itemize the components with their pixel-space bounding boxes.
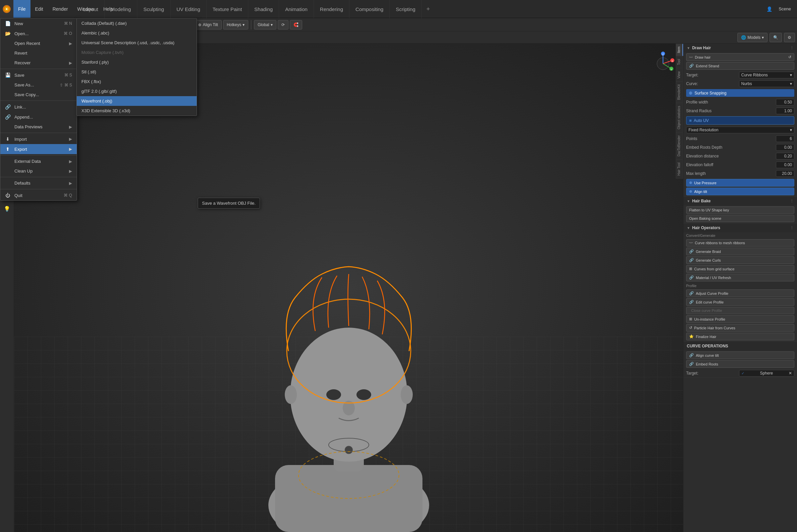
esm-usd[interactable]: Universal Scene Description (.usd, .usdc… [77,38,197,48]
main-viewport[interactable]: Z X Y [14,43,683,532]
fm-save-copy[interactable]: Save Copy... [0,90,77,99]
open-baking-button[interactable]: Open Baking scene [686,215,794,222]
fm-data-previews[interactable]: Data Previews ▶ [0,122,77,132]
tab-animation[interactable]: Animation [279,0,314,18]
fixed-resolution-dropdown[interactable]: Fixed Resolution ▾ [686,127,794,133]
generate-curls-btn[interactable]: 🔗 Generate Curls [686,256,794,264]
menu-edit[interactable]: Edit [31,0,48,18]
fm-new[interactable]: 📄 New ⌘ N [0,18,77,28]
fm-save[interactable]: 💾 Save ⌘ S [0,70,77,80]
esm-ply[interactable]: Stanford (.ply) [77,57,197,67]
max-length-value[interactable]: 20.00 [776,170,794,177]
side-tab-view[interactable]: View [676,68,683,82]
tab-shading[interactable]: Shading [248,0,279,18]
profile-width-value[interactable]: 0.50 [776,99,794,106]
align-tilt-panel-button[interactable]: ⊕ Align tilt [686,188,794,195]
light-tool[interactable]: 💡 [1,203,13,214]
auto-uv-row[interactable]: ■ Auto UV [686,116,794,125]
esm-x3d[interactable]: X3D Extensible 3D (.x3d) [77,106,197,116]
fm-recover[interactable]: Recover ▶ [0,58,77,68]
points-value[interactable]: 6 [776,135,794,142]
curve-ribbons-btn[interactable]: 〰 Curve ribbons to mesh ribbons [686,239,794,247]
fm-quit[interactable]: ⏻ Quit ⌘ Q [0,190,77,200]
curve-operations-header[interactable]: CURVE OPERATIONS [683,342,797,350]
align-tilt-button[interactable]: ⊕ Align Tilt [194,20,222,30]
target-dropdown[interactable]: Curve Ribbons ▾ [739,72,795,78]
curve-dropdown[interactable]: Nurbs ▾ [739,80,795,87]
close-curve-profile-btn[interactable]: Close curve Profile [686,307,794,314]
menu-file[interactable]: File [13,0,31,18]
esm-collada[interactable]: Collada (Default) (.dae) [77,18,197,28]
tab-rendering[interactable]: Rendering [314,0,349,18]
add-workspace-button[interactable]: + [422,6,435,13]
tab-texture-paint[interactable]: Texture Paint [207,0,249,18]
flatten-uv-button[interactable]: Flatten to UV Shape key [686,206,794,214]
esm-alembic[interactable]: Alembic (.abc) [77,28,197,38]
esm-obj[interactable]: Wavefront (.obj) [77,96,197,106]
esm-gltf[interactable]: glTF 2.0 (.glb/.gltf) [77,87,197,96]
hair-bake-options[interactable]: ⋮ [790,199,794,203]
side-tab-blenderkit[interactable]: BlenderKit [676,81,683,103]
snap-icon-button[interactable]: 🧲 [290,20,302,30]
fm-open-recent[interactable]: Open Recent ▶ [0,39,77,48]
side-tab-item[interactable]: Item [676,43,683,56]
draw-hair-refresh-icon[interactable]: ↺ [788,55,791,59]
tab-modeling[interactable]: Modeling [105,0,137,18]
fm-clean-up[interactable]: Clean Up ▶ [0,166,77,176]
strand-radius-value[interactable]: 1.00 [776,108,794,114]
fm-revert[interactable]: Revert [0,48,77,58]
extend-strand-button[interactable]: 🔗 Extend Strand [686,62,794,70]
transform-icon-button[interactable]: ⟳ [278,20,288,30]
fm-export[interactable]: ⬆ Export ▶ [0,144,77,154]
elevation-distance-value[interactable]: 0.20 [776,153,794,159]
fm-save-as[interactable]: Save As... ⇧ ⌘ S [0,80,77,90]
side-tab-object-statistics[interactable]: Object statistics [676,103,683,132]
side-tab-daztoblender[interactable]: DazToBlender [676,132,683,159]
material-uv-btn[interactable]: 🔗 Material / UV Refresh [686,274,794,281]
fm-external-data-label: External Data [14,159,41,164]
esm-fbx[interactable]: FBX (.fbx) [77,77,197,87]
draw-hair-options[interactable]: ⋮ [790,46,794,50]
tab-compositing[interactable]: Compositing [349,0,390,18]
embed-roots-depth-value[interactable]: 0.00 [776,144,794,151]
side-tab-hair-tool[interactable]: Hair Tool [676,159,683,178]
global-button[interactable]: Global ▾ [254,20,277,30]
align-curve-tilt-btn[interactable]: 🔗 Align curve tilt [686,352,794,359]
hair-bake-header[interactable]: ▼ Hair Bake ⋮ [683,197,797,205]
side-tab-tool[interactable]: Tool [676,56,683,68]
tab-sculpting[interactable]: Sculpting [137,0,171,18]
viewport-background: Z X Y [14,43,683,532]
search-button[interactable]: 🔍 [770,33,782,42]
fm-append[interactable]: 🔗 Append... [0,112,77,122]
surface-snapping-row[interactable]: ⊕ Surface Snapping [686,89,794,97]
fm-external-data[interactable]: External Data ▶ [0,156,77,166]
adjust-curve-profile-btn[interactable]: 🔗 Adjust Curve Profile [686,289,794,297]
tab-layout[interactable]: Layout [77,0,105,18]
tab-uv-editing[interactable]: UV Editing [171,0,207,18]
hair-operators-options[interactable]: ⋮ [790,226,794,230]
use-pressure-button[interactable]: ⊕ Use Pressure [686,179,794,187]
generate-braid-btn[interactable]: 🔗 Generate Braid [686,248,794,255]
esm-stl[interactable]: Stl (.stl) [77,67,197,77]
filter-button[interactable]: ⚙ [784,33,795,42]
draw-hair-button[interactable]: 〰 Draw hair ↺ [686,53,794,61]
particle-hair-btn[interactable]: ↺ Particle Hair from Curves [686,324,794,332]
curve-target-dropdown[interactable]: ✓ Sphere ✕ [739,370,795,377]
hotkeys-button[interactable]: Hotkeys ▾ [223,20,248,30]
fm-open[interactable]: 📂 Open... ⌘ O [0,28,77,39]
blender-logo[interactable] [0,0,13,18]
edit-curve-profile-btn[interactable]: 🔗 Edit curve Profile [686,298,794,306]
fm-link[interactable]: 🔗 Link... [0,102,77,112]
fm-defaults[interactable]: Defaults ▶ [0,178,77,188]
draw-hair-header[interactable]: ▼ Draw Hair ⋮ [683,43,797,52]
embed-roots-btn[interactable]: 🔗 Embed Roots [686,360,794,368]
hair-operators-header[interactable]: ▼ Hair Operators ⋮ [683,224,797,232]
models-dropdown[interactable]: 🌐 Models ▾ [737,33,767,42]
tab-scripting[interactable]: Scripting [390,0,421,18]
menu-render[interactable]: Render [48,0,73,18]
un-instance-profile-btn[interactable]: ⊞ Un-instance Profile [686,315,794,323]
curves-from-grid-btn[interactable]: ⊞ Curves from grid surface [686,265,794,273]
finalize-hair-btn[interactable]: ⭐ Finalize Hair [686,332,794,340]
fm-import[interactable]: ⬇ Import ▶ [0,134,77,144]
elevation-falloff-value[interactable]: 0.00 [776,162,794,168]
